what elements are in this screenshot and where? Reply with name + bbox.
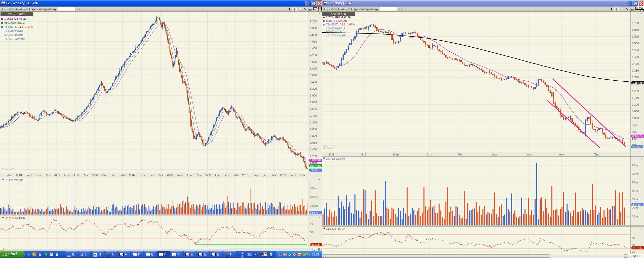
svg-text:4,600: 4,600 — [310, 40, 317, 43]
svg-text:1,600: 1,600 — [310, 141, 317, 144]
svg-text:794.08 Ανοιγμα: 794.08 Ανοιγμα — [4, 29, 23, 32]
svg-text:1,066.3428 Με(20): 1,066.3428 Με(20) — [4, 17, 27, 20]
svg-text:50 εκ: 50 εκ — [632, 181, 638, 184]
svg-text:Απρ: Απρ — [427, 153, 432, 156]
svg-text:Σεπ: Σεπ — [262, 174, 267, 177]
svg-text:2,200: 2,200 — [310, 121, 317, 124]
svg-text:1,350: 1,350 — [632, 69, 639, 72]
svg-text:5,200: 5,200 — [310, 20, 317, 23]
svg-text:2004: 2004 — [16, 174, 22, 177]
svg-text:Αυγ: Αυγ — [559, 153, 564, 156]
svg-text:Σεπ: Σεπ — [149, 174, 154, 177]
svg-text:1,050: 1,050 — [632, 110, 639, 113]
svg-text:31.1205 RSI(14): 31.1205 RSI(14) — [326, 227, 346, 230]
svg-text:930.4615: 930.4615 — [310, 165, 321, 167]
svg-text:2,000: 2,000 — [310, 128, 317, 131]
svg-text:2008: 2008 — [167, 174, 173, 177]
svg-text:30 εκ: 30 εκ — [632, 198, 638, 201]
svg-text:Σεπ: Σεπ — [187, 174, 192, 177]
svg-text:Δεκ: Δεκ — [234, 174, 239, 177]
svg-text:Δεκ: Δεκ — [159, 174, 164, 177]
svg-text:1,550: 1,550 — [632, 42, 639, 45]
svg-text:200 εκ: 200 εκ — [310, 196, 318, 199]
svg-text:2010: 2010 — [242, 174, 248, 177]
svg-text:3,000: 3,000 — [310, 94, 317, 97]
svg-text:3,800: 3,800 — [310, 67, 317, 70]
svg-text:3,200: 3,200 — [310, 87, 317, 90]
svg-text:24.4 εκ Volume: 24.4 εκ Volume — [326, 157, 345, 160]
svg-text:50: 50 — [310, 231, 313, 234]
svg-text:1,100: 1,100 — [632, 103, 639, 106]
svg-text:Δεκ: Δεκ — [272, 174, 276, 177]
svg-text:3,400: 3,400 — [310, 81, 317, 84]
svg-text:806.42 Μέγιστο: 806.42 Μέγιστο — [4, 33, 23, 36]
svg-text:1,800: 1,800 — [310, 134, 317, 137]
svg-text:60: 60 — [632, 237, 635, 240]
svg-text:1,200: 1,200 — [632, 89, 639, 92]
svg-text:100 εκ: 100 εκ — [310, 204, 318, 207]
svg-text:20 εκ: 20 εκ — [632, 206, 638, 209]
svg-text:784.65: 784.65 — [310, 169, 318, 172]
svg-text:Σεπ: Σεπ — [36, 174, 41, 177]
svg-text:777.71 Ελάχιστο: 777.71 Ελάχιστο — [4, 37, 25, 40]
svg-text:4,200: 4,200 — [310, 54, 317, 57]
svg-text:1,000: 1,000 — [632, 117, 639, 120]
svg-text:Δεκ: Δεκ — [7, 174, 12, 177]
svg-text:1,300: 1,300 — [632, 76, 639, 79]
svg-text:Μαρ: Μαρ — [393, 153, 399, 156]
svg-text:2007: 2007 — [129, 174, 135, 177]
svg-text:ZTrade™: ZTrade™ — [323, 146, 336, 149]
svg-text:Φεβ: Φεβ — [361, 153, 366, 156]
svg-text:4,400: 4,400 — [310, 47, 317, 50]
svg-text:2011: 2011 — [328, 153, 334, 156]
svg-text:868.5355 Με(20): 868.5355 Με(20) — [326, 19, 347, 22]
svg-text:1,400: 1,400 — [310, 148, 317, 151]
svg-text:1,400: 1,400 — [632, 62, 639, 65]
svg-text:Ιουν: Ιουν — [253, 174, 258, 177]
svg-text:868.5355: 868.5355 — [632, 135, 643, 138]
svg-text:2,400: 2,400 — [310, 114, 317, 117]
svg-text:1,150: 1,150 — [632, 96, 639, 99]
svg-text:Ιουν: Ιουν — [177, 174, 183, 177]
svg-text:Σεπ: Σεπ — [300, 174, 305, 177]
svg-text:24.4 εκ: 24.4 εκ — [632, 203, 641, 206]
svg-text:22.7814 RSI(14): 22.7814 RSI(14) — [5, 216, 25, 219]
svg-text:300 εκ: 300 εκ — [310, 187, 318, 190]
svg-text:4,000: 4,000 — [310, 60, 317, 63]
svg-text:Ιουν: Ιουν — [102, 174, 107, 177]
svg-text:1,200: 1,200 — [310, 155, 317, 158]
svg-text:Δευ 26 Σεπ: Δευ 26 Σεπ — [331, 12, 346, 16]
svg-text:Σεπ: Σεπ — [74, 174, 79, 177]
svg-text:22.7814: 22.7814 — [311, 243, 321, 246]
svg-text:1,700: 1,700 — [632, 21, 639, 24]
svg-text:31.1205: 31.1205 — [633, 247, 642, 249]
svg-text:×: × — [641, 228, 642, 230]
svg-text:1,268.8646 Με(200): 1,268.8646 Με(200) — [326, 16, 351, 19]
svg-text:Δεκ: Δεκ — [121, 174, 126, 177]
svg-text:×: × — [319, 216, 320, 219]
svg-text:20: 20 — [632, 250, 635, 253]
svg-text:806.42 Μέγιστο: 806.42 Μέγιστο — [326, 30, 345, 33]
svg-text:×: × — [319, 178, 320, 181]
svg-text:×: × — [641, 12, 642, 15]
svg-text:3,600: 3,600 — [310, 74, 317, 77]
svg-text:1,500: 1,500 — [632, 49, 639, 52]
svg-text:26 Σεπ 2011: 26 Σεπ 2011 — [8, 13, 25, 16]
svg-text:2006: 2006 — [91, 174, 97, 177]
svg-text:784.65 ΓΔ -13.3 -1.67%: 784.65 ΓΔ -13.3 -1.67% — [4, 25, 33, 28]
svg-text:1,650: 1,650 — [632, 28, 639, 31]
svg-text:1,600: 1,600 — [632, 35, 639, 38]
svg-text:784.65: 784.65 — [632, 146, 640, 148]
svg-text:Δεκ: Δεκ — [197, 174, 201, 177]
svg-text:Σεπ: Σεπ — [112, 174, 117, 177]
svg-text:40: 40 — [632, 243, 635, 246]
svg-text:2,800: 2,800 — [310, 101, 317, 104]
svg-text:2005: 2005 — [54, 174, 60, 177]
svg-text:×: × — [641, 157, 642, 160]
svg-text:ZTrade™: ZTrade™ — [1, 168, 14, 171]
svg-text:40 εκ: 40 εκ — [632, 189, 638, 192]
svg-text:Δεκ: Δεκ — [46, 174, 50, 177]
svg-text:24.4 εκ Volume: 24.4 εκ Volume — [5, 178, 23, 181]
svg-text:4,800: 4,800 — [310, 34, 317, 37]
svg-text:Δεκ: Δεκ — [84, 174, 88, 177]
